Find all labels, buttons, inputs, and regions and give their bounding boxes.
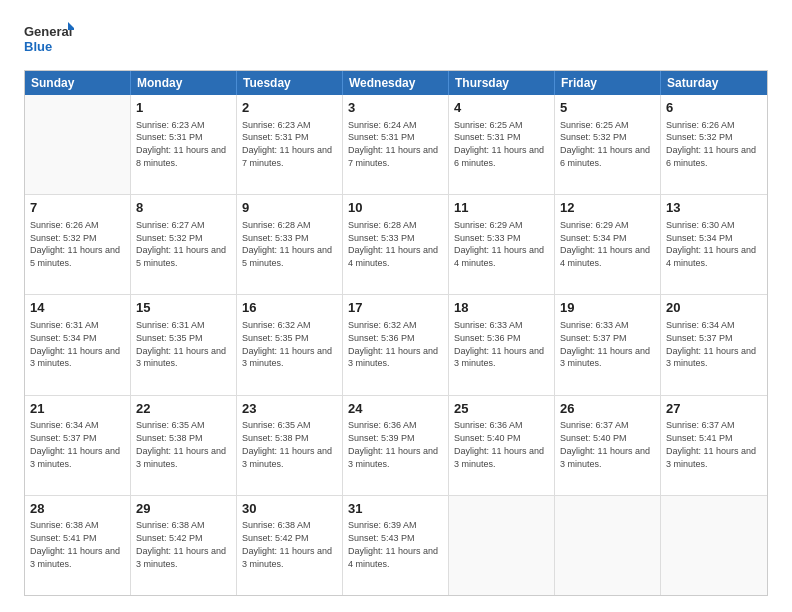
cell-info: Sunrise: 6:35 AMSunset: 5:38 PMDaylight:… xyxy=(136,420,226,468)
calendar-row: 14 Sunrise: 6:31 AMSunset: 5:34 PMDaylig… xyxy=(25,295,767,395)
header-day-wednesday: Wednesday xyxy=(343,71,449,95)
logo-svg: General Blue xyxy=(24,20,74,60)
day-number: 17 xyxy=(348,299,443,317)
day-number: 15 xyxy=(136,299,231,317)
cell-info: Sunrise: 6:29 AMSunset: 5:34 PMDaylight:… xyxy=(560,220,650,268)
calendar-cell: 25 Sunrise: 6:36 AMSunset: 5:40 PMDaylig… xyxy=(449,396,555,495)
cell-info: Sunrise: 6:30 AMSunset: 5:34 PMDaylight:… xyxy=(666,220,756,268)
cell-info: Sunrise: 6:28 AMSunset: 5:33 PMDaylight:… xyxy=(242,220,332,268)
header-day-tuesday: Tuesday xyxy=(237,71,343,95)
calendar-cell: 12 Sunrise: 6:29 AMSunset: 5:34 PMDaylig… xyxy=(555,195,661,294)
day-number: 12 xyxy=(560,199,655,217)
calendar-cell xyxy=(449,496,555,595)
cell-info: Sunrise: 6:23 AMSunset: 5:31 PMDaylight:… xyxy=(242,120,332,168)
svg-text:General: General xyxy=(24,24,72,39)
cell-info: Sunrise: 6:26 AMSunset: 5:32 PMDaylight:… xyxy=(30,220,120,268)
calendar-cell xyxy=(661,496,767,595)
calendar-body: 1 Sunrise: 6:23 AMSunset: 5:31 PMDayligh… xyxy=(25,95,767,595)
svg-text:Blue: Blue xyxy=(24,39,52,54)
calendar-cell: 18 Sunrise: 6:33 AMSunset: 5:36 PMDaylig… xyxy=(449,295,555,394)
cell-info: Sunrise: 6:35 AMSunset: 5:38 PMDaylight:… xyxy=(242,420,332,468)
calendar-cell: 31 Sunrise: 6:39 AMSunset: 5:43 PMDaylig… xyxy=(343,496,449,595)
day-number: 30 xyxy=(242,500,337,518)
calendar-cell: 10 Sunrise: 6:28 AMSunset: 5:33 PMDaylig… xyxy=(343,195,449,294)
day-number: 10 xyxy=(348,199,443,217)
day-number: 25 xyxy=(454,400,549,418)
calendar-cell: 22 Sunrise: 6:35 AMSunset: 5:38 PMDaylig… xyxy=(131,396,237,495)
day-number: 24 xyxy=(348,400,443,418)
header-day-friday: Friday xyxy=(555,71,661,95)
day-number: 4 xyxy=(454,99,549,117)
calendar-cell xyxy=(25,95,131,194)
day-number: 29 xyxy=(136,500,231,518)
header-day-sunday: Sunday xyxy=(25,71,131,95)
day-number: 3 xyxy=(348,99,443,117)
day-number: 16 xyxy=(242,299,337,317)
cell-info: Sunrise: 6:24 AMSunset: 5:31 PMDaylight:… xyxy=(348,120,438,168)
calendar-cell: 11 Sunrise: 6:29 AMSunset: 5:33 PMDaylig… xyxy=(449,195,555,294)
cell-info: Sunrise: 6:31 AMSunset: 5:35 PMDaylight:… xyxy=(136,320,226,368)
calendar-cell: 8 Sunrise: 6:27 AMSunset: 5:32 PMDayligh… xyxy=(131,195,237,294)
day-number: 22 xyxy=(136,400,231,418)
calendar-cell: 21 Sunrise: 6:34 AMSunset: 5:37 PMDaylig… xyxy=(25,396,131,495)
calendar-header: SundayMondayTuesdayWednesdayThursdayFrid… xyxy=(25,71,767,95)
day-number: 1 xyxy=(136,99,231,117)
cell-info: Sunrise: 6:32 AMSunset: 5:36 PMDaylight:… xyxy=(348,320,438,368)
calendar-cell: 14 Sunrise: 6:31 AMSunset: 5:34 PMDaylig… xyxy=(25,295,131,394)
calendar-cell: 27 Sunrise: 6:37 AMSunset: 5:41 PMDaylig… xyxy=(661,396,767,495)
calendar-cell: 7 Sunrise: 6:26 AMSunset: 5:32 PMDayligh… xyxy=(25,195,131,294)
cell-info: Sunrise: 6:37 AMSunset: 5:41 PMDaylight:… xyxy=(666,420,756,468)
calendar-cell: 13 Sunrise: 6:30 AMSunset: 5:34 PMDaylig… xyxy=(661,195,767,294)
calendar-cell: 23 Sunrise: 6:35 AMSunset: 5:38 PMDaylig… xyxy=(237,396,343,495)
calendar-cell: 16 Sunrise: 6:32 AMSunset: 5:35 PMDaylig… xyxy=(237,295,343,394)
day-number: 19 xyxy=(560,299,655,317)
day-number: 9 xyxy=(242,199,337,217)
cell-info: Sunrise: 6:29 AMSunset: 5:33 PMDaylight:… xyxy=(454,220,544,268)
day-number: 6 xyxy=(666,99,762,117)
day-number: 26 xyxy=(560,400,655,418)
calendar-cell: 17 Sunrise: 6:32 AMSunset: 5:36 PMDaylig… xyxy=(343,295,449,394)
cell-info: Sunrise: 6:31 AMSunset: 5:34 PMDaylight:… xyxy=(30,320,120,368)
calendar-row: 7 Sunrise: 6:26 AMSunset: 5:32 PMDayligh… xyxy=(25,195,767,295)
day-number: 8 xyxy=(136,199,231,217)
calendar-row: 28 Sunrise: 6:38 AMSunset: 5:41 PMDaylig… xyxy=(25,496,767,595)
day-number: 5 xyxy=(560,99,655,117)
logo: General Blue xyxy=(24,20,74,60)
calendar-cell: 15 Sunrise: 6:31 AMSunset: 5:35 PMDaylig… xyxy=(131,295,237,394)
calendar-cell: 1 Sunrise: 6:23 AMSunset: 5:31 PMDayligh… xyxy=(131,95,237,194)
calendar-row: 1 Sunrise: 6:23 AMSunset: 5:31 PMDayligh… xyxy=(25,95,767,195)
day-number: 7 xyxy=(30,199,125,217)
day-number: 27 xyxy=(666,400,762,418)
cell-info: Sunrise: 6:25 AMSunset: 5:32 PMDaylight:… xyxy=(560,120,650,168)
cell-info: Sunrise: 6:26 AMSunset: 5:32 PMDaylight:… xyxy=(666,120,756,168)
calendar-cell: 30 Sunrise: 6:38 AMSunset: 5:42 PMDaylig… xyxy=(237,496,343,595)
cell-info: Sunrise: 6:39 AMSunset: 5:43 PMDaylight:… xyxy=(348,520,438,568)
day-number: 13 xyxy=(666,199,762,217)
day-number: 23 xyxy=(242,400,337,418)
header-day-monday: Monday xyxy=(131,71,237,95)
day-number: 28 xyxy=(30,500,125,518)
calendar-cell: 4 Sunrise: 6:25 AMSunset: 5:31 PMDayligh… xyxy=(449,95,555,194)
day-number: 21 xyxy=(30,400,125,418)
cell-info: Sunrise: 6:32 AMSunset: 5:35 PMDaylight:… xyxy=(242,320,332,368)
page: General Blue SundayMondayTuesdayWednesda… xyxy=(0,0,792,612)
header-day-thursday: Thursday xyxy=(449,71,555,95)
calendar-row: 21 Sunrise: 6:34 AMSunset: 5:37 PMDaylig… xyxy=(25,396,767,496)
calendar-cell: 28 Sunrise: 6:38 AMSunset: 5:41 PMDaylig… xyxy=(25,496,131,595)
cell-info: Sunrise: 6:36 AMSunset: 5:40 PMDaylight:… xyxy=(454,420,544,468)
cell-info: Sunrise: 6:38 AMSunset: 5:42 PMDaylight:… xyxy=(242,520,332,568)
cell-info: Sunrise: 6:28 AMSunset: 5:33 PMDaylight:… xyxy=(348,220,438,268)
cell-info: Sunrise: 6:33 AMSunset: 5:37 PMDaylight:… xyxy=(560,320,650,368)
calendar-cell: 26 Sunrise: 6:37 AMSunset: 5:40 PMDaylig… xyxy=(555,396,661,495)
day-number: 20 xyxy=(666,299,762,317)
day-number: 14 xyxy=(30,299,125,317)
day-number: 18 xyxy=(454,299,549,317)
calendar-cell: 24 Sunrise: 6:36 AMSunset: 5:39 PMDaylig… xyxy=(343,396,449,495)
cell-info: Sunrise: 6:33 AMSunset: 5:36 PMDaylight:… xyxy=(454,320,544,368)
cell-info: Sunrise: 6:23 AMSunset: 5:31 PMDaylight:… xyxy=(136,120,226,168)
header-day-saturday: Saturday xyxy=(661,71,767,95)
calendar-cell: 20 Sunrise: 6:34 AMSunset: 5:37 PMDaylig… xyxy=(661,295,767,394)
calendar: SundayMondayTuesdayWednesdayThursdayFrid… xyxy=(24,70,768,596)
cell-info: Sunrise: 6:38 AMSunset: 5:42 PMDaylight:… xyxy=(136,520,226,568)
day-number: 31 xyxy=(348,500,443,518)
